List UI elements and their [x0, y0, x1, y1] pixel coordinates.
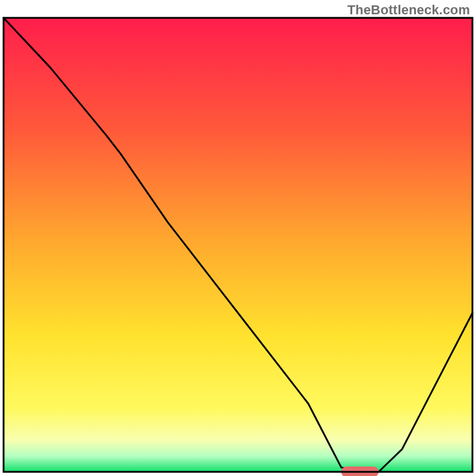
bottleneck-chart [0, 0, 476, 476]
chart-background [4, 18, 472, 472]
chart-stage: TheBottleneck.com [0, 0, 476, 476]
